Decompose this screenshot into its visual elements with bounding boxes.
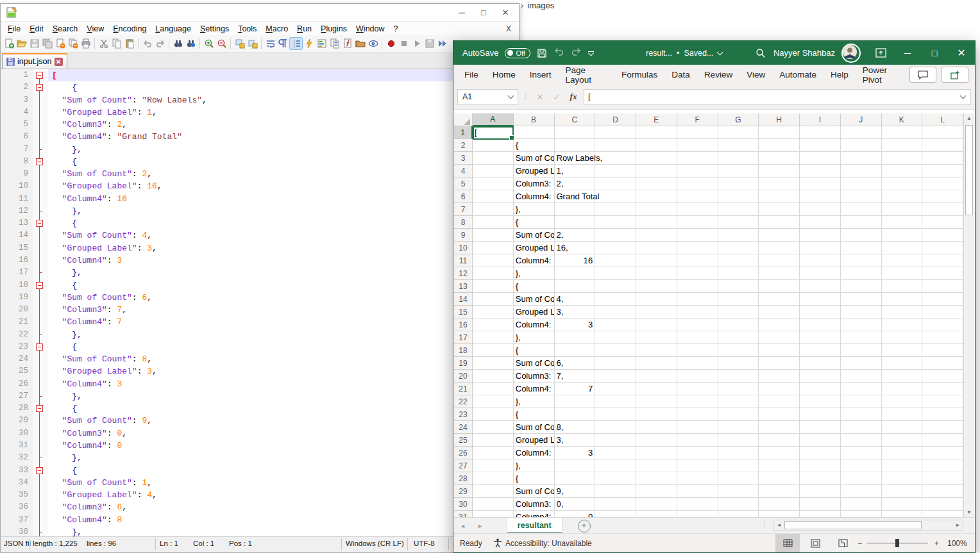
cell-E23[interactable]: [636, 408, 677, 421]
cell-K14[interactable]: [882, 293, 923, 306]
cell-E2[interactable]: [636, 139, 677, 152]
cell-G28[interactable]: [718, 472, 759, 485]
fold-margin[interactable]: [33, 489, 48, 501]
cell-H19[interactable]: [759, 357, 800, 370]
cell-F26[interactable]: [677, 447, 718, 459]
cell-L10[interactable]: [922, 242, 963, 254]
cell-F22[interactable]: [677, 395, 718, 408]
fold-collapse-icon[interactable]: [36, 158, 43, 165]
cell-D24[interactable]: [595, 421, 636, 434]
cell-C22[interactable]: [555, 395, 596, 408]
cell-K10[interactable]: [882, 242, 923, 254]
redo-icon[interactable]: [154, 38, 166, 49]
cell-E3[interactable]: [636, 152, 677, 165]
cell-J14[interactable]: [841, 293, 882, 306]
undo-icon[interactable]: [141, 38, 153, 49]
cell-A21[interactable]: [473, 383, 514, 395]
cell-K28[interactable]: [882, 472, 923, 485]
cell-L26[interactable]: [922, 447, 963, 459]
code-editor[interactable]: 1[2 {3 "Sum of Count": "Row Labels",4 "G…: [1, 69, 518, 537]
cell-J23[interactable]: [841, 408, 882, 421]
cell-G13[interactable]: [718, 280, 759, 293]
cell-H17[interactable]: [759, 331, 800, 344]
cell-G4[interactable]: [718, 165, 759, 177]
cell-G7[interactable]: [718, 203, 759, 216]
cell-H6[interactable]: [759, 190, 800, 203]
cell-G23[interactable]: [718, 408, 759, 421]
cell-B5[interactable]: Column3:: [514, 177, 555, 190]
cell-K26[interactable]: [882, 447, 923, 459]
row-header-30[interactable]: 30: [454, 498, 473, 511]
cell-I6[interactable]: [800, 190, 841, 203]
cell-H11[interactable]: [759, 254, 800, 267]
cell-I25[interactable]: [800, 434, 841, 447]
fold-margin[interactable]: [33, 402, 48, 415]
fold-margin[interactable]: [33, 254, 48, 267]
cell-F24[interactable]: [677, 421, 718, 434]
ribbon-tab-data[interactable]: Data: [664, 67, 697, 83]
column-header-B[interactable]: B: [514, 113, 555, 126]
menu-plugins[interactable]: Plugins: [316, 23, 351, 35]
fold-margin[interactable]: [33, 168, 48, 180]
cell-D25[interactable]: [595, 434, 636, 447]
cell-D12[interactable]: [595, 267, 636, 280]
cell-G26[interactable]: [718, 447, 759, 459]
cell-K6[interactable]: [882, 190, 923, 203]
cell-L1[interactable]: [922, 126, 963, 139]
cell-H2[interactable]: [759, 139, 800, 152]
cell-D26[interactable]: [595, 447, 636, 459]
cell-E18[interactable]: [636, 344, 677, 357]
cell-E31[interactable]: [636, 511, 677, 517]
cell-H26[interactable]: [759, 447, 800, 459]
cell-F10[interactable]: [677, 242, 718, 254]
cell-J29[interactable]: [841, 485, 882, 498]
cell-K20[interactable]: [882, 370, 923, 383]
cell-D9[interactable]: [595, 229, 636, 242]
column-header-J[interactable]: J: [841, 113, 882, 126]
fold-margin[interactable]: [33, 390, 48, 402]
cell-A18[interactable]: [473, 344, 514, 357]
cell-L17[interactable]: [922, 331, 963, 344]
cell-B7[interactable]: },: [514, 203, 555, 216]
cancel-icon[interactable]: ✕: [534, 92, 546, 102]
close-all-icon[interactable]: [67, 38, 79, 49]
cell-H14[interactable]: [759, 293, 800, 306]
cell-B31[interactable]: Column4:: [514, 511, 555, 517]
cell-F31[interactable]: [677, 511, 718, 517]
cell-G24[interactable]: [718, 421, 759, 434]
cell-H7[interactable]: [759, 203, 800, 216]
cell-E30[interactable]: [636, 498, 677, 511]
tab-input-json[interactable]: input.json ✕: [2, 53, 67, 69]
cell-J20[interactable]: [841, 370, 882, 383]
cell-B12[interactable]: },: [514, 267, 555, 280]
row-header-18[interactable]: 18: [454, 344, 473, 357]
cell-I31[interactable]: [800, 511, 841, 517]
fold-margin[interactable]: [33, 304, 48, 316]
cell-G17[interactable]: [718, 331, 759, 344]
fold-margin[interactable]: [33, 217, 48, 229]
row-header-6[interactable]: 6: [454, 190, 473, 203]
title-dropdown-icon[interactable]: [717, 49, 723, 55]
cell-C20[interactable]: 7,: [555, 370, 596, 383]
cell-A17[interactable]: [473, 331, 514, 344]
cell-H18[interactable]: [759, 344, 800, 357]
cell-I26[interactable]: [800, 447, 841, 459]
fold-margin[interactable]: [33, 526, 48, 537]
expand-formula-bar-icon[interactable]: [960, 93, 967, 99]
menu-tools[interactable]: Tools: [233, 23, 261, 35]
cut-icon[interactable]: [97, 38, 110, 49]
fold-margin[interactable]: [33, 440, 48, 452]
fold-margin[interactable]: [33, 205, 48, 217]
cell-G21[interactable]: [718, 383, 759, 395]
cell-E21[interactable]: [636, 383, 677, 395]
cell-J17[interactable]: [841, 331, 882, 344]
cell-K7[interactable]: [882, 203, 923, 216]
cell-A9[interactable]: [473, 229, 514, 242]
fold-margin[interactable]: [33, 452, 48, 464]
cell-G18[interactable]: [718, 344, 759, 357]
cell-C1[interactable]: [555, 126, 596, 139]
row-header-8[interactable]: 8: [454, 216, 473, 229]
cell-E4[interactable]: [636, 165, 677, 177]
cell-A3[interactable]: [473, 152, 514, 165]
cell-L18[interactable]: [922, 344, 963, 357]
